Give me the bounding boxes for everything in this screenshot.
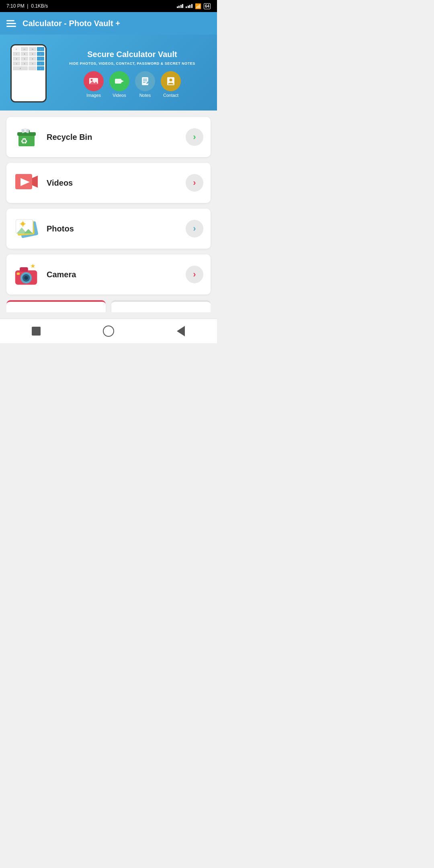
notes-circle-icon xyxy=(135,71,155,91)
status-icons: 📶 64 xyxy=(177,3,211,9)
svg-rect-34 xyxy=(20,267,28,272)
partial-cards xyxy=(6,300,211,312)
banner-icon-images[interactable]: Images xyxy=(84,71,104,98)
recent-apps-icon xyxy=(32,327,41,336)
banner-icon-contact[interactable]: Contact xyxy=(161,71,181,98)
images-circle-icon xyxy=(84,71,104,91)
promo-banner: C +/- % ÷ 7 8 9 × 4 5 6 − xyxy=(0,35,217,111)
svg-marker-21 xyxy=(32,176,38,188)
app-title: Calculator - Photo Vault + xyxy=(23,19,120,28)
chevron-right-icon: › xyxy=(193,269,196,280)
photos-item[interactable]: Photos › xyxy=(6,209,211,249)
svg-point-1 xyxy=(91,79,93,81)
videos-circle-icon xyxy=(109,71,129,91)
bottom-nav xyxy=(0,319,217,343)
back-button[interactable] xyxy=(174,324,188,338)
partial-card-left xyxy=(6,300,106,312)
chevron-right-icon: › xyxy=(193,132,196,142)
svg-rect-5 xyxy=(142,77,148,85)
back-icon xyxy=(177,326,185,336)
photos-arrow[interactable]: › xyxy=(186,220,203,237)
svg-point-37 xyxy=(24,276,28,280)
wifi-icon: 📶 xyxy=(195,3,201,9)
videos-label: Videos xyxy=(47,178,178,188)
main-content: ♻ Recycle Bin › Videos › xyxy=(0,111,217,312)
home-icon xyxy=(103,326,114,337)
recycle-bin-item[interactable]: ♻ Recycle Bin › xyxy=(6,117,211,157)
chevron-right-icon: › xyxy=(193,178,196,188)
svg-point-11 xyxy=(170,78,172,81)
banner-feature-icons: Images Videos xyxy=(84,71,181,98)
phone-mockup: C +/- % ÷ 7 8 9 × 4 5 6 − xyxy=(6,44,51,102)
svg-text:★: ★ xyxy=(30,262,35,269)
camera-label: Camera xyxy=(47,270,178,279)
signal-icon-2 xyxy=(186,4,192,8)
status-time: 7:10 PM xyxy=(6,3,25,9)
banner-content: Secure Calculator Vault HIDE PHOTOS, VID… xyxy=(54,49,211,98)
recycle-bin-label: Recycle Bin xyxy=(47,133,178,142)
svg-rect-3 xyxy=(115,79,121,84)
photos-label: Photos xyxy=(47,224,178,233)
home-button[interactable] xyxy=(101,324,116,338)
status-time-speed: 7:10 PM | 0.1KB/s xyxy=(6,3,48,9)
banner-icon-notes[interactable]: Notes xyxy=(135,71,155,98)
svg-rect-18 xyxy=(24,128,27,132)
recycle-bin-arrow[interactable]: › xyxy=(186,128,203,146)
battery-level: 64 xyxy=(205,4,209,8)
banner-icon-notes-label: Notes xyxy=(139,93,151,98)
photos-icon xyxy=(14,216,39,242)
banner-icon-images-label: Images xyxy=(86,93,101,98)
banner-title: Secure Calculator Vault xyxy=(87,49,177,59)
banner-icon-contact-label: Contact xyxy=(163,93,178,98)
svg-point-25 xyxy=(21,222,25,226)
contact-circle-icon xyxy=(161,71,181,91)
partial-card-right xyxy=(111,300,211,312)
svg-marker-4 xyxy=(121,80,124,82)
svg-rect-38 xyxy=(17,272,20,275)
signal-icon xyxy=(177,4,184,8)
videos-icon xyxy=(14,170,39,196)
banner-subtitle: HIDE PHOTOS, VIDEOS, CONTACT, PASSWORD &… xyxy=(69,61,195,66)
svg-text:♻: ♻ xyxy=(20,137,28,145)
recent-apps-button[interactable] xyxy=(29,324,43,338)
videos-item[interactable]: Videos › xyxy=(6,163,211,203)
camera-icon: ★ xyxy=(14,262,39,287)
camera-item[interactable]: ★ Camera › xyxy=(6,254,211,295)
app-header: Calculator - Photo Vault + xyxy=(0,12,217,35)
status-speed: 0.1KB/s xyxy=(31,3,48,9)
recycle-bin-icon: ♻ xyxy=(14,124,39,150)
banner-icon-videos[interactable]: Videos xyxy=(109,71,129,98)
banner-icon-videos-label: Videos xyxy=(113,93,126,98)
menu-button[interactable] xyxy=(6,20,16,27)
chevron-right-icon: › xyxy=(193,223,196,234)
battery-icon: 64 xyxy=(204,3,211,9)
videos-arrow[interactable]: › xyxy=(186,174,203,192)
status-bar: 7:10 PM | 0.1KB/s 📶 64 xyxy=(0,0,217,12)
camera-arrow[interactable]: › xyxy=(186,266,203,283)
